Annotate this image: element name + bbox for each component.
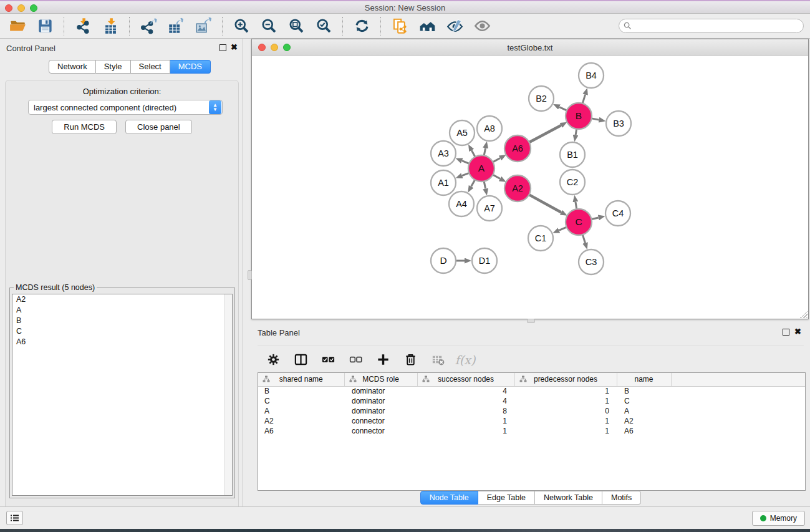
tab-network-table[interactable]: Network Table [535, 491, 602, 505]
table-cell[interactable]: 0 [514, 406, 617, 416]
table-cell[interactable]: A6 [258, 426, 344, 436]
graph-node-C1[interactable]: C1 [528, 226, 553, 251]
graph-node-A8[interactable]: A8 [477, 116, 502, 141]
graph-node-B[interactable]: B [566, 103, 592, 129]
table-cell[interactable]: 8 [417, 406, 514, 416]
mcds-result-list[interactable]: A2ABCA6 [12, 294, 233, 496]
graph-edge-B-B2[interactable] [559, 107, 567, 111]
mcds-result-item[interactable]: B [12, 316, 232, 326]
table-cell[interactable]: 4 [417, 386, 514, 396]
close-panel-button[interactable]: ✖ [231, 42, 238, 52]
table-cell[interactable]: C [258, 396, 344, 406]
column-header-shared-name[interactable]: shared name [258, 373, 344, 386]
graph-node-A[interactable]: A [468, 155, 494, 181]
delete-rows-button[interactable] [401, 351, 420, 369]
tab-motifs[interactable]: Motifs [602, 491, 641, 505]
resize-grip-icon[interactable] [800, 311, 808, 318]
graph-node-A6[interactable]: A6 [504, 135, 531, 162]
graph-node-B1[interactable]: B1 [560, 142, 585, 167]
graph-edge-A-A7[interactable] [484, 181, 485, 189]
table-cell[interactable]: 1 [514, 416, 617, 426]
graph-edge-A-A6[interactable] [493, 158, 500, 162]
export-image-button[interactable] [192, 16, 215, 36]
zoom-in-button[interactable] [230, 16, 253, 36]
table-cell[interactable]: dominator [344, 386, 417, 396]
graph-node-C2[interactable]: C2 [560, 170, 585, 195]
tab-select[interactable]: Select [131, 60, 170, 74]
tab-node-table[interactable]: Node Table [420, 491, 478, 505]
table-cell[interactable]: C [617, 396, 671, 406]
zoom-fit-button[interactable] [285, 16, 307, 36]
graph-node-A5[interactable]: A5 [450, 120, 475, 145]
table-row[interactable]: Cdominator41C [258, 396, 805, 406]
network-window-titlebar[interactable]: testGlobe.txt [252, 39, 808, 56]
graph-node-A2[interactable]: A2 [504, 175, 531, 201]
table-cell[interactable]: A [617, 406, 671, 416]
graph-node-D1[interactable]: D1 [472, 248, 497, 273]
show-graphics-details-button[interactable] [471, 16, 493, 36]
graph-edge-B-B3[interactable] [592, 118, 599, 120]
select-all-button[interactable] [319, 351, 337, 369]
float-panel-button[interactable] [219, 44, 226, 51]
network-graph[interactable]: AA1A2A3A4A5A6A7A8BB1B2B3B4CC1C2C3C4DD1 [252, 56, 808, 319]
graph-node-B2[interactable]: B2 [529, 86, 554, 111]
table-cell[interactable]: 1 [514, 386, 617, 396]
export-network-button[interactable] [137, 16, 160, 36]
graph-node-D[interactable]: D [431, 248, 456, 273]
table-cell[interactable]: dominator [344, 396, 417, 406]
table-cell[interactable]: 1 [514, 396, 617, 406]
splitter-handle-vertical[interactable] [248, 270, 252, 280]
save-session-button[interactable] [34, 16, 56, 36]
graph-edge-A6-B[interactable] [529, 125, 561, 142]
import-network-button[interactable] [72, 16, 94, 36]
graph-edge-C-C1[interactable] [559, 227, 566, 230]
mcds-result-item[interactable]: C [12, 326, 232, 337]
table-row[interactable]: A6connector11A6 [258, 426, 805, 436]
table-cell[interactable]: connector [344, 426, 417, 436]
table-cell[interactable]: 4 [417, 396, 514, 406]
graph-node-A4[interactable]: A4 [449, 191, 474, 216]
splitter-handle-horizontal[interactable] [527, 319, 535, 323]
table-cell[interactable]: B [258, 386, 344, 396]
memory-button[interactable]: Memory [752, 511, 805, 526]
table-cell[interactable]: A [258, 406, 344, 416]
column-header-predecessor-nodes[interactable]: predecessor nodes [514, 373, 617, 386]
graph-node-B3[interactable]: B3 [606, 111, 631, 136]
table-cell[interactable]: connector [344, 416, 417, 426]
graph-node-C[interactable]: C [566, 209, 592, 235]
graph-edge-C-C2[interactable] [576, 202, 577, 210]
import-table-button[interactable] [99, 16, 122, 36]
table-row[interactable]: Adominator80A [258, 406, 805, 416]
table-row[interactable]: Bdominator41B [258, 386, 805, 396]
table-cell[interactable]: A6 [617, 426, 671, 436]
criterion-select[interactable]: largest connected component (directed) ▲… [28, 100, 223, 115]
graph-edge-C-C4[interactable] [591, 218, 598, 220]
graph-edge-C-C3[interactable] [582, 235, 585, 243]
table-cell[interactable]: 1 [417, 416, 514, 426]
graph-node-C3[interactable]: C3 [579, 249, 604, 274]
table-cell[interactable]: 1 [417, 426, 514, 436]
graph-node-A3[interactable]: A3 [431, 141, 456, 166]
home-view-button[interactable] [416, 16, 438, 36]
column-header-name[interactable]: name [617, 373, 671, 386]
graph-edge-A-A5[interactable] [471, 150, 475, 157]
column-visibility-button[interactable] [291, 351, 310, 369]
task-history-button[interactable] [6, 511, 23, 525]
open-file-button[interactable] [6, 16, 29, 36]
close-table-panel-button[interactable]: ✖ [794, 326, 801, 337]
run-mcds-button[interactable]: Run MCDS [52, 120, 117, 134]
mcds-result-item[interactable]: A6 [12, 337, 232, 347]
graph-node-B4[interactable]: B4 [579, 63, 604, 88]
graph-edge-B-B1[interactable] [576, 129, 577, 135]
zoom-selected-button[interactable] [312, 16, 335, 36]
zoom-out-button[interactable] [258, 16, 280, 36]
column-header-MCDS-role[interactable]: MCDS role [344, 373, 417, 386]
clone-network-button[interactable] [388, 16, 411, 36]
table-cell[interactable]: B [617, 386, 671, 396]
export-table-button[interactable] [165, 16, 187, 36]
graph-edge-A-A2[interactable] [493, 175, 500, 178]
graph-edge-A-A3[interactable] [462, 161, 470, 164]
graph-edge-A-A1[interactable] [462, 173, 469, 175]
refresh-button[interactable] [350, 16, 373, 36]
graph-edge-B-B4[interactable] [582, 95, 585, 104]
